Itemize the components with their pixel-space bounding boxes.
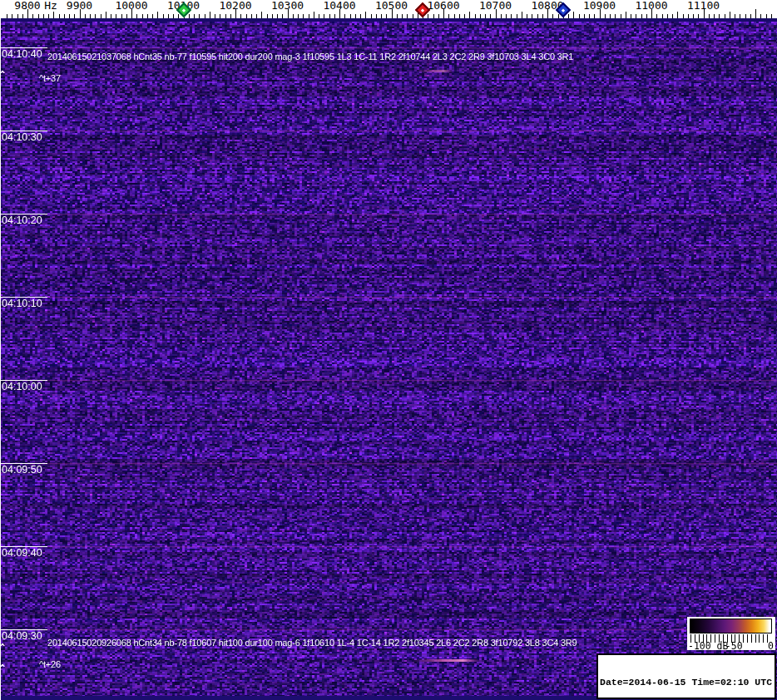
ruler-tick (688, 14, 689, 18)
ruler-tick (365, 12, 366, 18)
ruler-tick (282, 14, 283, 18)
ruler-tick (85, 14, 86, 18)
ruler-tick (704, 9, 705, 18)
ruler-tick (552, 14, 553, 18)
ruler-tick (735, 14, 735, 18)
colorbar-max-label: 0 (768, 640, 774, 652)
ruler-tick (392, 9, 393, 18)
ruler-tick (69, 14, 70, 18)
ruler-tick (693, 14, 694, 18)
ruler-tick (407, 14, 408, 18)
ruler-tick (116, 14, 116, 18)
ruler-tick (53, 12, 54, 18)
ruler-tick (496, 9, 497, 18)
ruler-tick (641, 14, 642, 18)
ruler-tick (480, 14, 481, 18)
event-annotation-bottom: 20140615020926068 hCnt34 nb-78 f10607 hi… (47, 638, 577, 648)
ruler-tick (517, 14, 517, 18)
ruler-tick (205, 14, 205, 18)
ruler-tick (59, 14, 60, 18)
ruler-tick (64, 14, 65, 18)
time-label: 04:10:00 (2, 381, 42, 392)
ruler-tick (631, 14, 631, 18)
ruler-tick (32, 14, 33, 18)
time-label: 04:09:30 (2, 630, 42, 642)
ruler-tick (220, 14, 220, 18)
ruler-tick (277, 14, 278, 18)
ruler-tick (210, 12, 210, 18)
trigger-mark-bottom: ^t+26 (39, 659, 61, 669)
ruler-tick (656, 14, 657, 18)
ruler-tick (755, 9, 756, 18)
ruler-tick (22, 14, 23, 18)
ruler-tick (74, 14, 75, 18)
ruler-tick (537, 14, 538, 18)
ruler-tick (90, 14, 91, 18)
colorbar-min-label: -100 dB (688, 640, 728, 652)
ruler-tick (12, 14, 12, 18)
time-label: 04:10:30 (2, 131, 42, 143)
ruler-tick (600, 9, 601, 18)
ruler-tick (413, 14, 413, 18)
ruler-tick (235, 9, 236, 18)
ruler-tick (646, 14, 647, 18)
ruler-tick (256, 14, 257, 18)
ruler-tick (621, 14, 621, 18)
ruler-tick (199, 14, 200, 18)
ruler-tick (334, 14, 335, 18)
ruler-tick (443, 9, 444, 18)
ruler-tick (80, 9, 81, 18)
time-axis-border (0, 18, 1, 700)
ruler-tick (251, 14, 252, 18)
waterfall-display (0, 18, 777, 700)
ruler-tick (402, 14, 403, 18)
ruler-tick (309, 14, 309, 18)
ruler-tick (95, 14, 96, 18)
ruler-tick (651, 9, 652, 18)
ruler-tick (750, 14, 751, 18)
ruler-tick (459, 14, 460, 18)
ruler-tick (714, 14, 715, 18)
ruler-tick (506, 14, 507, 18)
freq-label: Hz (44, 0, 57, 12)
ruler-tick (532, 14, 532, 18)
ruler-tick (230, 14, 231, 18)
colorbar-gradient (690, 619, 772, 633)
ruler-tick (355, 14, 356, 18)
ruler-tick (745, 14, 746, 18)
ruler-tick (605, 14, 606, 18)
ruler-tick (147, 14, 148, 18)
ruler-tick (101, 14, 101, 18)
edge-caret-mark: ^ (0, 70, 5, 79)
time-label: 04:10:40 (2, 48, 42, 60)
ruler-tick (511, 14, 512, 18)
edge-caret-mark: ^ (0, 663, 5, 673)
ruler-tick (522, 12, 522, 18)
ruler-tick (121, 14, 122, 18)
ruler-tick (568, 14, 569, 18)
ruler-tick (667, 14, 668, 18)
ruler-tick (584, 14, 585, 18)
ruler-tick (360, 14, 361, 18)
ruler-tick (173, 14, 174, 18)
ruler-tick (386, 14, 387, 18)
time-label: 04:09:40 (2, 547, 42, 559)
colorbar: -100 dB -50 0 (687, 617, 775, 650)
ruler-tick (376, 14, 377, 18)
marker-center-dot (421, 8, 424, 12)
ruler-tick (448, 14, 449, 18)
ruler-tick (329, 14, 330, 18)
ruler-tick (771, 14, 772, 18)
ruler-tick (730, 12, 730, 18)
ruler-tick (454, 14, 455, 18)
ruler-tick (475, 14, 476, 18)
ruler-tick (464, 14, 465, 18)
ruler-tick (293, 14, 294, 18)
event-annotation-top: 20140615021037068 hCnt35 nb-77 f10595 hi… (47, 52, 573, 62)
ruler-tick (111, 14, 111, 18)
ruler-tick (594, 14, 595, 18)
ruler-tick (485, 14, 486, 18)
ruler-tick (43, 14, 44, 18)
ruler-tick (48, 14, 49, 18)
ruler-tick (542, 14, 543, 18)
